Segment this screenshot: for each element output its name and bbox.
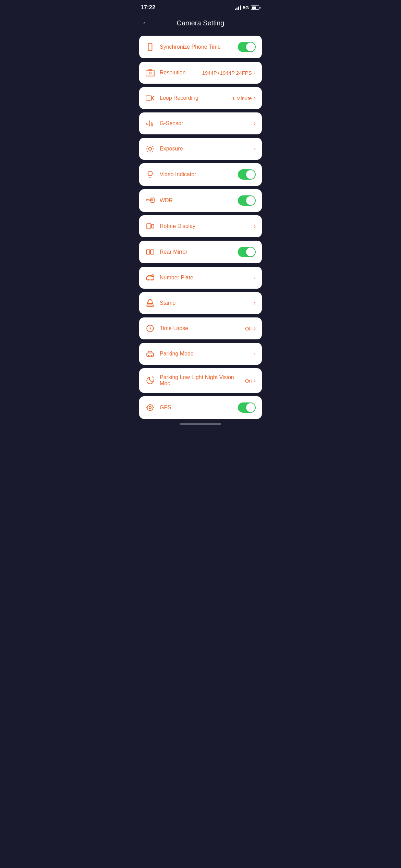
toggle-sync-phone-time[interactable] bbox=[238, 42, 256, 52]
svg-point-2 bbox=[149, 72, 151, 74]
svg-rect-20 bbox=[147, 224, 151, 229]
gps-icon bbox=[145, 403, 155, 412]
toggle-rear-mirror[interactable] bbox=[238, 247, 256, 257]
setting-value-resolution: 1944P+1944P 24FPS bbox=[202, 70, 252, 76]
gsensor-icon: G bbox=[145, 119, 155, 128]
setting-value-parking-night-vision: On bbox=[245, 378, 252, 384]
svg-text:WDR: WDR bbox=[146, 198, 153, 202]
stamp-icon bbox=[145, 299, 155, 308]
phone-icon bbox=[145, 43, 155, 51]
setting-left: Exposure bbox=[145, 144, 183, 153]
setting-item-gps[interactable]: GPS bbox=[139, 396, 262, 419]
setting-label-sync-phone-time: Synchronize Phone Time bbox=[160, 44, 221, 50]
setting-label-g-sensor: G-Sensor bbox=[160, 120, 183, 126]
toggle-video-indicator[interactable] bbox=[238, 169, 256, 180]
setting-left: Rotate Display bbox=[145, 222, 195, 231]
setting-right: › bbox=[254, 120, 256, 126]
chevron-icon-loop-recording: › bbox=[254, 95, 256, 101]
setting-left: Parking Low Light Night Vision Moc bbox=[145, 374, 245, 387]
svg-point-27 bbox=[148, 279, 149, 280]
settings-list: Synchronize Phone Time Resolution1944P+1… bbox=[134, 36, 267, 419]
chevron-icon-g-sensor: › bbox=[254, 120, 256, 126]
setting-left: Video Indicator bbox=[145, 170, 196, 179]
setting-value-time-lapse: Off bbox=[245, 326, 252, 331]
setting-right: Off› bbox=[245, 325, 256, 331]
svg-text:G: G bbox=[146, 122, 149, 125]
toggle-wdr[interactable] bbox=[238, 195, 256, 206]
setting-left: Number Plate bbox=[145, 273, 193, 282]
parking-icon bbox=[145, 349, 155, 358]
svg-rect-36 bbox=[147, 353, 154, 357]
wdr-icon: WDR bbox=[145, 196, 155, 205]
chevron-icon-time-lapse: › bbox=[254, 325, 256, 331]
setting-label-loop-recording: Loop Recording bbox=[160, 95, 198, 101]
setting-item-sync-phone-time[interactable]: Synchronize Phone Time bbox=[139, 36, 262, 58]
svg-rect-26 bbox=[146, 277, 154, 280]
svg-point-37 bbox=[148, 355, 149, 356]
setting-item-exposure[interactable]: Exposure› bbox=[139, 138, 262, 160]
chevron-icon-rotate-display: › bbox=[254, 223, 256, 229]
setting-label-rear-mirror: Rear Mirror bbox=[160, 249, 187, 255]
battery-icon bbox=[251, 5, 260, 10]
page-title: Camera Setting bbox=[177, 19, 224, 27]
chevron-icon-stamp: › bbox=[254, 300, 256, 306]
toggle-gps[interactable] bbox=[238, 402, 256, 413]
setting-left: Rear Mirror bbox=[145, 248, 187, 256]
setting-right bbox=[238, 169, 256, 180]
setting-right: › bbox=[254, 275, 256, 281]
svg-point-43 bbox=[147, 405, 153, 410]
setting-right bbox=[238, 195, 256, 206]
status-bar: 17:22 5G bbox=[134, 0, 267, 14]
back-button[interactable]: ← bbox=[141, 17, 151, 29]
setting-left: Parking Mode bbox=[145, 349, 194, 358]
setting-right: 1 Minute› bbox=[232, 95, 256, 101]
signal-bars-icon bbox=[235, 5, 241, 10]
setting-label-gps: GPS bbox=[160, 405, 171, 411]
setting-label-resolution: Resolution bbox=[160, 70, 186, 76]
svg-point-28 bbox=[151, 279, 152, 280]
home-bar bbox=[180, 423, 221, 425]
setting-item-number-plate[interactable]: Number Plate› bbox=[139, 267, 262, 289]
setting-right bbox=[238, 247, 256, 257]
setting-label-stamp: Stamp bbox=[160, 300, 175, 306]
svg-rect-34 bbox=[147, 305, 154, 306]
setting-item-loop-recording[interactable]: Loop Recording1 Minute› bbox=[139, 87, 262, 109]
setting-item-rotate-display[interactable]: Rotate Display› bbox=[139, 215, 262, 237]
setting-right: On› bbox=[245, 377, 256, 384]
bottom-indicator bbox=[134, 419, 267, 427]
status-right: 5G bbox=[235, 5, 260, 10]
setting-right bbox=[238, 42, 256, 52]
moon-icon bbox=[145, 376, 155, 385]
svg-line-12 bbox=[152, 151, 153, 152]
setting-item-time-lapse[interactable]: Time LapseOff› bbox=[139, 317, 262, 339]
setting-item-resolution[interactable]: Resolution1944P+1944P 24FPS› bbox=[139, 62, 262, 84]
chevron-icon-parking-night-vision: › bbox=[254, 377, 256, 384]
chevron-icon-number-plate: › bbox=[254, 275, 256, 281]
header: ← Camera Setting bbox=[134, 14, 267, 36]
chevron-icon-resolution: › bbox=[254, 70, 256, 76]
svg-rect-3 bbox=[146, 96, 151, 100]
svg-rect-24 bbox=[146, 250, 150, 254]
setting-right: › bbox=[254, 223, 256, 229]
setting-item-stamp[interactable]: Stamp› bbox=[139, 292, 262, 314]
setting-item-video-indicator[interactable]: Video Indicator bbox=[139, 163, 262, 186]
setting-item-g-sensor[interactable]: G G-Sensor› bbox=[139, 112, 262, 134]
video-icon bbox=[145, 94, 155, 103]
setting-right bbox=[238, 402, 256, 413]
svg-line-39 bbox=[153, 377, 154, 378]
setting-left: Resolution bbox=[145, 68, 186, 77]
setting-label-video-indicator: Video Indicator bbox=[160, 171, 196, 178]
network-label: 5G bbox=[243, 5, 249, 10]
setting-item-parking-night-vision[interactable]: Parking Low Light Night Vision MocOn› bbox=[139, 368, 262, 393]
setting-left: Synchronize Phone Time bbox=[145, 43, 221, 51]
setting-item-parking-mode[interactable]: Parking Mode› bbox=[139, 343, 262, 365]
setting-label-parking-mode: Parking Mode bbox=[160, 351, 194, 357]
svg-rect-21 bbox=[151, 225, 154, 228]
setting-right: › bbox=[254, 351, 256, 357]
status-time: 17:22 bbox=[141, 4, 155, 11]
setting-item-wdr[interactable]: WDR WDR bbox=[139, 189, 262, 212]
setting-label-rotate-display: Rotate Display bbox=[160, 223, 195, 229]
setting-label-wdr: WDR bbox=[160, 197, 173, 204]
setting-label-parking-night-vision: Parking Low Light Night Vision Moc bbox=[160, 374, 245, 387]
setting-item-rear-mirror[interactable]: Rear Mirror bbox=[139, 241, 262, 263]
